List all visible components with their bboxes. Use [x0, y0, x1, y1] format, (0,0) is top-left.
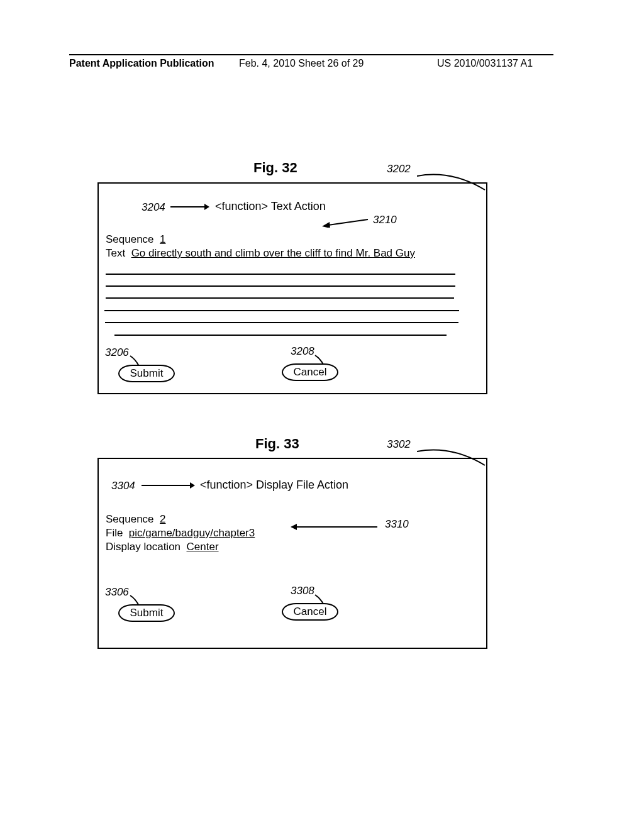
- callout-3304: 3304: [111, 480, 135, 492]
- dialog-heading-display-file-action: <function> Display File Action: [200, 479, 348, 492]
- figure-32-title: Fig. 32: [253, 160, 297, 176]
- text-input-line[interactable]: [114, 335, 447, 336]
- figure-33-title: Fig. 33: [255, 436, 299, 452]
- text-field-row: Text Go directly south and climb over th…: [106, 247, 415, 260]
- callout-3306: 3306: [105, 586, 129, 599]
- sequence-field-row: Sequence 2: [106, 513, 166, 526]
- callout-3310-arrow: [291, 523, 379, 531]
- display-location-input[interactable]: Center: [187, 541, 219, 553]
- header-date-sheet: Feb. 4, 2010 Sheet 26 of 29: [239, 58, 364, 69]
- text-label: Text: [106, 247, 125, 259]
- file-input[interactable]: pic/game/badguy/chapter3: [129, 527, 255, 539]
- callout-3204: 3204: [142, 201, 165, 214]
- cancel-button[interactable]: Cancel: [282, 603, 338, 621]
- text-input-line[interactable]: [106, 285, 455, 287]
- sequence-input[interactable]: 2: [160, 513, 165, 525]
- callout-3302: 3302: [387, 438, 411, 451]
- sequence-field-row: Sequence 1: [106, 233, 166, 246]
- callout-3304-arrow: [142, 482, 195, 489]
- callout-3310: 3310: [385, 518, 409, 531]
- svg-line-2: [328, 219, 368, 225]
- submit-button[interactable]: Submit: [118, 604, 175, 622]
- callout-3202: 3202: [387, 163, 411, 175]
- header-publication-type: Patent Application Publication: [69, 58, 214, 69]
- callout-3308: 3308: [291, 585, 314, 597]
- text-input-line[interactable]: [105, 322, 458, 323]
- header-rule: [69, 54, 553, 55]
- patent-page: Patent Application Publication Feb. 4, 2…: [0, 0, 644, 830]
- submit-button[interactable]: Submit: [118, 365, 175, 382]
- dialog-3202: [97, 182, 487, 394]
- svg-marker-7: [291, 524, 297, 530]
- callout-3210-arrow: [322, 218, 369, 228]
- file-label: File: [106, 527, 123, 539]
- callout-3206: 3206: [105, 346, 129, 359]
- svg-marker-3: [322, 222, 330, 228]
- sequence-input[interactable]: 1: [160, 233, 165, 245]
- display-location-field-row: Display location Center: [106, 541, 219, 553]
- callout-3208: 3208: [291, 345, 314, 358]
- text-input[interactable]: Go directly south and climb over the cli…: [131, 247, 415, 259]
- cancel-button[interactable]: Cancel: [282, 363, 338, 381]
- text-input-line[interactable]: [106, 297, 454, 299]
- svg-marker-1: [204, 204, 209, 210]
- text-input-line[interactable]: [104, 310, 459, 311]
- dialog-heading-text-action: <function> Text Action: [215, 200, 326, 213]
- file-field-row: File pic/game/badguy/chapter3: [106, 527, 255, 540]
- display-location-label: Display location: [106, 541, 180, 553]
- svg-marker-5: [190, 482, 195, 489]
- header-publication-number: US 2010/0031137 A1: [437, 58, 533, 69]
- callout-3210: 3210: [373, 214, 397, 226]
- sequence-label: Sequence: [106, 233, 154, 245]
- text-input-line[interactable]: [106, 274, 455, 275]
- callout-3204-arrow: [170, 203, 209, 211]
- sequence-label: Sequence: [106, 513, 154, 525]
